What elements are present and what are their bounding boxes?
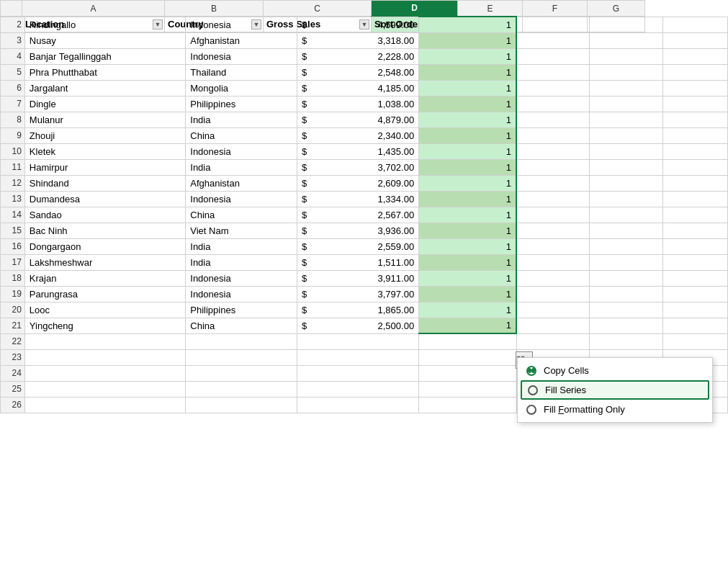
cell-c2[interactable]: $4,599.00 xyxy=(297,17,418,32)
cell-c25[interactable] xyxy=(297,381,418,397)
cell-f3[interactable] xyxy=(590,32,663,48)
cell-d23[interactable] xyxy=(419,349,516,365)
cell-a22[interactable] xyxy=(24,333,185,349)
cell-d12[interactable]: 1 xyxy=(419,175,516,191)
cell-a7[interactable]: Dingle xyxy=(24,96,185,112)
cell-f5[interactable] xyxy=(590,64,663,80)
cell-d13[interactable]: 1 xyxy=(419,191,516,207)
cell-b15[interactable]: Viet Nam xyxy=(186,223,297,238)
cell-b19[interactable]: Indonesia xyxy=(186,286,297,302)
cell-d9[interactable]: 1 xyxy=(419,127,516,143)
cell-b24[interactable] xyxy=(186,365,297,381)
cell-e21[interactable] xyxy=(516,318,590,333)
cell-c17[interactable]: $1,511.00 xyxy=(297,254,418,270)
cell-e13[interactable] xyxy=(516,191,590,207)
cell-g17[interactable] xyxy=(662,254,727,270)
cell-e6[interactable] xyxy=(516,80,590,96)
col-header-g[interactable]: G xyxy=(588,1,645,17)
cell-f13[interactable] xyxy=(590,191,663,207)
cell-b10[interactable]: Indonesia xyxy=(186,143,297,159)
cell-d25[interactable] xyxy=(419,381,516,397)
cell-c10[interactable]: $1,435.00 xyxy=(297,143,418,159)
cell-g16[interactable] xyxy=(662,238,727,254)
cell-b16[interactable]: India xyxy=(186,238,297,254)
cell-d26[interactable] xyxy=(419,397,516,413)
cell-a25[interactable] xyxy=(24,381,185,397)
cell-d17[interactable]: 1 xyxy=(419,254,516,270)
cell-a5[interactable]: Phra Phutthabat xyxy=(24,64,185,80)
cell-b22[interactable] xyxy=(186,333,297,349)
cell-f20[interactable] xyxy=(590,302,663,318)
popup-copy-cells[interactable]: Copy Cells xyxy=(518,361,712,380)
cell-c9[interactable]: $2,340.00 xyxy=(297,127,418,143)
cell-b21[interactable]: China xyxy=(186,318,297,333)
cell-b7[interactable]: Philippines xyxy=(186,96,297,112)
popup-fill-series[interactable]: Fill Series xyxy=(521,380,709,400)
cell-g6[interactable] xyxy=(662,80,727,96)
cell-a15[interactable]: Bac Ninh xyxy=(24,223,185,238)
cell-f16[interactable] xyxy=(590,238,663,254)
cell-a11[interactable]: Hamirpur xyxy=(24,159,185,175)
cell-f21[interactable] xyxy=(590,318,663,333)
cell-d15[interactable]: 1 xyxy=(419,223,516,238)
cell-g3[interactable] xyxy=(662,32,727,48)
cell-e19[interactable] xyxy=(516,286,590,302)
cell-d19[interactable]: 1 xyxy=(419,286,516,302)
cell-e9[interactable] xyxy=(516,127,590,143)
cell-c5[interactable]: $2,548.00 xyxy=(297,64,418,80)
cell-d22[interactable] xyxy=(419,333,516,349)
cell-f19[interactable] xyxy=(590,286,663,302)
cell-d20[interactable]: 1 xyxy=(419,302,516,318)
cell-b20[interactable]: Philippines xyxy=(186,302,297,318)
cell-b18[interactable]: Indonesia xyxy=(186,270,297,286)
cell-b23[interactable] xyxy=(186,349,297,365)
cell-e20[interactable] xyxy=(516,302,590,318)
cell-f4[interactable] xyxy=(590,48,663,64)
cell-e7[interactable] xyxy=(516,96,590,112)
cell-a13[interactable]: Dumandesa xyxy=(24,191,185,207)
cell-b11[interactable]: India xyxy=(186,159,297,175)
cell-g15[interactable] xyxy=(662,223,727,238)
cell-g18[interactable] xyxy=(662,270,727,286)
cell-g14[interactable] xyxy=(662,207,727,223)
cell-a14[interactable]: Sandao xyxy=(24,207,185,223)
cell-a16[interactable]: Dongargaon xyxy=(24,238,185,254)
cell-b12[interactable]: Afghanistan xyxy=(186,175,297,191)
cell-a20[interactable]: Looc xyxy=(24,302,185,318)
cell-e17[interactable] xyxy=(516,254,590,270)
cell-g11[interactable] xyxy=(662,159,727,175)
cell-f15[interactable] xyxy=(590,223,663,238)
cell-e18[interactable] xyxy=(516,270,590,286)
cell-g5[interactable] xyxy=(662,64,727,80)
cell-c7[interactable]: $1,038.00 xyxy=(297,96,418,112)
cell-a3[interactable]: Nusay xyxy=(24,32,185,48)
cell-a9[interactable]: Zhouji xyxy=(24,127,185,143)
cell-e5[interactable] xyxy=(516,64,590,80)
cell-a21[interactable]: Yingcheng xyxy=(24,318,185,333)
cell-g13[interactable] xyxy=(662,191,727,207)
cell-d24[interactable] xyxy=(419,365,516,381)
col-header-d[interactable]: D xyxy=(372,1,458,17)
cell-f17[interactable] xyxy=(590,254,663,270)
cell-b13[interactable]: Indonesia xyxy=(186,191,297,207)
cell-a4[interactable]: Banjar Tegallinggah xyxy=(24,48,185,64)
col-header-b[interactable]: B xyxy=(165,1,264,17)
cell-f2[interactable] xyxy=(590,17,663,32)
cell-d10[interactable]: 1 xyxy=(419,143,516,159)
cell-d11[interactable]: 1 xyxy=(419,159,516,175)
cell-c23[interactable] xyxy=(297,349,418,365)
cell-g2[interactable] xyxy=(662,17,727,32)
cell-a19[interactable]: Parungrasa xyxy=(24,286,185,302)
cell-c24[interactable] xyxy=(297,365,418,381)
cell-a18[interactable]: Krajan xyxy=(24,270,185,286)
cell-c3[interactable]: $3,318.00 xyxy=(297,32,418,48)
cell-f18[interactable] xyxy=(590,270,663,286)
cell-g10[interactable] xyxy=(662,143,727,159)
cell-c26[interactable] xyxy=(297,397,418,413)
cell-d7[interactable]: 1 xyxy=(419,96,516,112)
cell-d8[interactable]: 1 xyxy=(419,112,516,127)
cell-g7[interactable] xyxy=(662,96,727,112)
cell-c13[interactable]: $1,334.00 xyxy=(297,191,418,207)
cell-f10[interactable] xyxy=(590,143,663,159)
cell-c8[interactable]: $4,879.00 xyxy=(297,112,418,127)
